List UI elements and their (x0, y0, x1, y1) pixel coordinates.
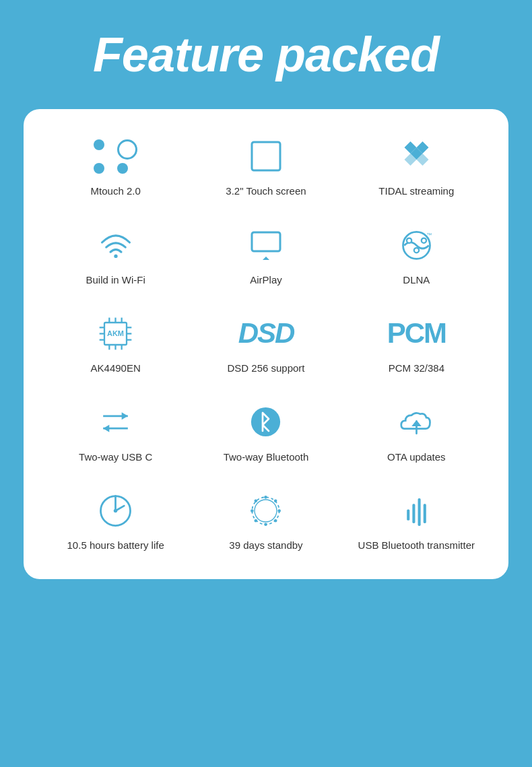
dlna-label: DLNA (403, 273, 430, 287)
svg-rect-0 (252, 142, 280, 170)
svg-point-12 (422, 238, 426, 242)
feature-akm: AKM AK4490EN (44, 313, 187, 375)
svg-point-11 (407, 238, 411, 242)
svg-point-37 (114, 508, 118, 512)
bluetooth-icon (251, 402, 281, 442)
svg-rect-7 (252, 232, 280, 251)
svg-rect-48 (407, 509, 409, 520)
feature-dlna: ™ DLNA (345, 225, 488, 287)
battery-label: 10.5 hours battery life (67, 539, 164, 552)
feature-pcm: PCM PCM 32/384 (345, 313, 488, 375)
svg-point-39 (255, 500, 277, 522)
pcm-label: PCM 32/384 (389, 362, 444, 375)
feature-wifi: Build in Wi-Fi (44, 225, 187, 287)
dsd-icon: DSD (238, 313, 294, 354)
battery-icon (97, 490, 134, 531)
usb-bt-label: USB Bluetooth transmitter (358, 539, 475, 552)
feature-standby: 39 days standby (194, 490, 337, 552)
usbc-icon (97, 402, 134, 442)
pcm-text: PCM (387, 317, 446, 349)
feature-mtouch: Mtouch 2.0 (44, 136, 187, 198)
standby-label: 39 days standby (229, 539, 302, 552)
wifi-icon (99, 225, 133, 265)
feature-airplay: AirPlay (194, 225, 337, 287)
svg-rect-51 (424, 504, 426, 523)
features-grid: Mtouch 2.0 3.2" Touch screen (44, 136, 488, 552)
svg-text:AKM: AKM (107, 329, 124, 337)
usbc-label: Two-way USB C (79, 451, 152, 464)
standby-icon (247, 490, 284, 531)
page-title: Feature packed (93, 27, 439, 82)
svg-point-46 (274, 499, 277, 502)
feature-battery: 10.5 hours battery life (44, 490, 187, 552)
airplay-icon (249, 225, 283, 265)
akm-label: AK4490EN (91, 362, 141, 375)
dsd-text: DSD (238, 317, 294, 349)
pcm-icon: PCM (387, 313, 446, 354)
svg-point-40 (265, 496, 268, 499)
dlna-icon: ™ (398, 225, 435, 265)
svg-rect-49 (412, 504, 415, 523)
wifi-label: Build in Wi-Fi (86, 273, 145, 287)
airplay-label: AirPlay (250, 273, 282, 287)
tidal-icon (398, 136, 435, 176)
svg-marker-35 (411, 420, 422, 426)
svg-point-45 (274, 519, 277, 522)
features-card: Mtouch 2.0 3.2" Touch screen (24, 109, 508, 579)
svg-rect-50 (418, 498, 420, 526)
svg-point-43 (278, 509, 281, 512)
touchscreen-label: 3.2" Touch screen (226, 185, 306, 198)
svg-marker-32 (103, 424, 109, 432)
akm-icon: AKM (97, 313, 134, 354)
feature-ota: OTA updates (345, 402, 488, 464)
svg-point-6 (114, 254, 117, 257)
bluetooth-label: Two-way Bluetooth (224, 451, 309, 464)
svg-point-41 (265, 523, 268, 526)
feature-bluetooth: Two-way Bluetooth (194, 402, 337, 464)
svg-point-47 (255, 519, 258, 522)
feature-tidal: TIDAL streaming (345, 136, 488, 198)
feature-usbc: Two-way USB C (44, 402, 187, 464)
ota-icon (398, 402, 435, 442)
svg-marker-30 (122, 412, 128, 420)
svg-point-42 (251, 509, 255, 512)
mtouch-label: Mtouch 2.0 (91, 185, 141, 198)
usb-bt-icon (401, 490, 432, 531)
feature-touchscreen: 3.2" Touch screen (194, 136, 337, 198)
tidal-label: TIDAL streaming (378, 185, 454, 198)
svg-point-44 (255, 499, 258, 502)
feature-usb-bt: USB Bluetooth transmitter (345, 490, 488, 552)
svg-point-13 (414, 248, 419, 253)
svg-marker-8 (258, 257, 274, 260)
mtouch-icon (94, 136, 137, 176)
dsd-label: DSD 256 support (227, 362, 304, 375)
touchscreen-icon (249, 136, 283, 176)
feature-dsd: DSD DSD 256 support (194, 313, 337, 375)
ota-label: OTA updates (387, 451, 445, 464)
svg-text:™: ™ (426, 232, 432, 238)
